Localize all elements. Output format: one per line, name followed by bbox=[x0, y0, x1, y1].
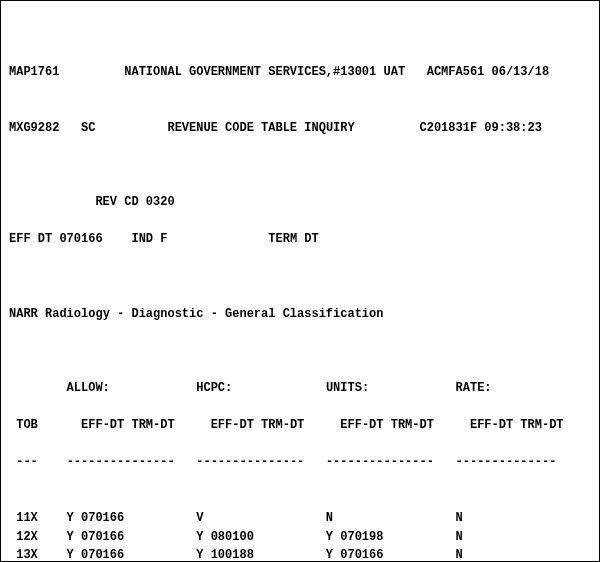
map-id: MAP1761 bbox=[9, 65, 59, 79]
dash-2: --------------- bbox=[196, 455, 304, 469]
date: 06/13/18 bbox=[492, 65, 550, 79]
col-tob: TOB bbox=[16, 418, 38, 432]
col-sub-1: EFF-DT TRM-DT bbox=[81, 418, 175, 432]
dash-0: --- bbox=[16, 455, 38, 469]
data-rows: 11X Y 070166 V N N 12X Y 070166 Y 080100… bbox=[9, 509, 591, 562]
rev-cd-line: REV CD 0320 bbox=[9, 193, 591, 212]
narr-text: Radiology - Diagnostic - General Classif… bbox=[45, 307, 383, 321]
col-units: UNITS: bbox=[326, 381, 369, 395]
terminal-screen: MAP1761 NATIONAL GOVERNMENT SERVICES,#13… bbox=[0, 0, 600, 562]
eff-dt-label: EFF DT bbox=[9, 232, 52, 246]
term-dt-label: TERM DT bbox=[268, 232, 318, 246]
table-row: 13X Y 070166 Y 100188 Y 070166 N bbox=[9, 546, 591, 562]
sub-header: TOB EFF-DT TRM-DT EFF-DT TRM-DT EFF-DT T… bbox=[9, 416, 591, 435]
c-code: C201831F bbox=[420, 121, 478, 135]
rev-cd-label: REV CD bbox=[95, 195, 138, 209]
col-sub-3: EFF-DT TRM-DT bbox=[340, 418, 434, 432]
title-2: REVENUE CODE TABLE INQUIRY bbox=[167, 121, 354, 135]
narr-label: NARR bbox=[9, 307, 38, 321]
blank-line bbox=[9, 342, 591, 361]
eff-line: EFF DT 070166 IND F TERM DT bbox=[9, 230, 591, 249]
session-id: ACMFA561 bbox=[427, 65, 485, 79]
table-row: 12X Y 070166 Y 080100 Y 070198 N bbox=[9, 528, 591, 547]
col-sub-4: EFF-DT TRM-DT bbox=[470, 418, 564, 432]
header-line-2: MXG9282 SC REVENUE CODE TABLE INQUIRY C2… bbox=[9, 119, 591, 138]
title-1: NATIONAL GOVERNMENT SERVICES,#13001 UAT bbox=[124, 65, 405, 79]
dash-row: --- --------------- --------------- ----… bbox=[9, 453, 591, 472]
col-rate: RATE: bbox=[456, 381, 492, 395]
blank-line bbox=[9, 156, 591, 175]
group-header: ALLOW: HCPC: UNITS: RATE: bbox=[9, 379, 591, 398]
eff-dt-value: 070166 bbox=[59, 232, 102, 246]
header-line-1: MAP1761 NATIONAL GOVERNMENT SERVICES,#13… bbox=[9, 63, 591, 82]
dash-4: -------------- bbox=[456, 455, 557, 469]
col-sub-2: EFF-DT TRM-DT bbox=[211, 418, 305, 432]
dash-1: --------------- bbox=[67, 455, 175, 469]
sc-code: SC bbox=[81, 121, 95, 135]
mxg-id: MXG9282 bbox=[9, 121, 59, 135]
rev-cd-value: 0320 bbox=[146, 195, 175, 209]
ind-label: IND bbox=[131, 232, 153, 246]
narr-line: NARR Radiology - Diagnostic - General Cl… bbox=[9, 305, 591, 324]
blank-line bbox=[9, 267, 591, 286]
table-row: 11X Y 070166 V N N bbox=[9, 509, 591, 528]
ind-value: F bbox=[160, 232, 167, 246]
col-hcpc: HCPC: bbox=[196, 381, 232, 395]
dash-3: --------------- bbox=[326, 455, 434, 469]
col-allow: ALLOW: bbox=[67, 381, 110, 395]
time: 09:38:23 bbox=[484, 121, 542, 135]
